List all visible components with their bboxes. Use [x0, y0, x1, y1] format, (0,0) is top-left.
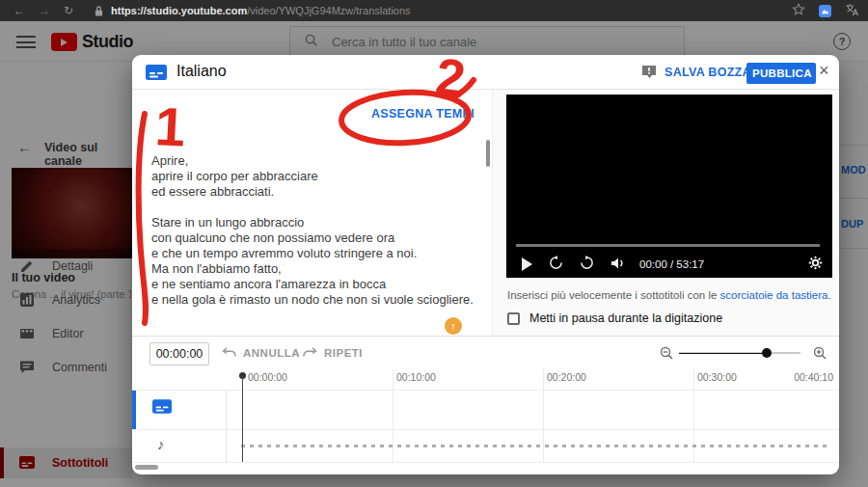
subtitle-track-icon[interactable]: [152, 399, 172, 418]
subtitle-line: Aprire,: [151, 153, 450, 169]
play-icon[interactable]: [522, 257, 532, 271]
track-header-divider: [226, 390, 227, 462]
publish-button[interactable]: PUBBLICA: [746, 63, 816, 84]
subtitle-line: ed essere abbracciati.: [151, 184, 450, 200]
ruler-label: 00:30:00: [697, 371, 737, 383]
browser-bar: ← → ↻ https://studio.youtube.com/video/Y…: [0, 0, 868, 21]
undo-icon: [221, 346, 237, 359]
shortcut-tip: Inserisci più velocemente i sottotitoli …: [507, 289, 831, 301]
subtitle-line: [151, 200, 450, 215]
text-panel-scrollbar[interactable]: [486, 140, 490, 167]
ruler-label: 00:20:00: [547, 371, 586, 383]
ruler-gridline: [543, 369, 544, 462]
browser-reload-icon[interactable]: ↻: [64, 5, 73, 16]
undo-label: ANNULLA: [243, 347, 300, 359]
subtitle-line: e nella gola è rimasto un nodo che non s…: [151, 292, 450, 308]
pause-while-typing-row: Metti in pausa durante la digitazione: [507, 311, 722, 325]
undo-button[interactable]: ANNULLA: [221, 346, 300, 359]
zoom-slider-fill: [679, 353, 767, 355]
player-progress-bar[interactable]: [516, 244, 820, 247]
zoom-out-icon[interactable]: [659, 345, 674, 365]
subtitle-line: Stare in un lungo abbraccio: [151, 215, 450, 230]
ruler-gridline: [393, 369, 393, 462]
player-controls: 00:00 / 53:17: [506, 252, 832, 277]
address-bar[interactable]: https://studio.youtube.com/video/YWQJjG9…: [111, 5, 411, 16]
zoom-in-icon[interactable]: [812, 345, 827, 365]
tip-punct: .: [827, 289, 830, 301]
ruler-label: 00:10:00: [396, 371, 436, 383]
scroll-top-button[interactable]: ↑: [445, 317, 462, 335]
subtitle-track-indicator: [132, 391, 136, 429]
timeline-scrollbar[interactable]: [135, 465, 158, 470]
ruler-label: 00:40:10: [794, 371, 833, 383]
track-divider: [132, 462, 839, 463]
bookmark-star-icon[interactable]: [792, 3, 805, 19]
timeline-section: ANNULLA RIPETI 00:00:00 00:10:00 00:20:0…: [132, 336, 839, 474]
subtitle-line: e che un tempo avremmo voluto stringere …: [151, 246, 450, 261]
redo-label: RIPETI: [324, 347, 363, 359]
browser-back-icon[interactable]: ←: [14, 5, 25, 16]
forward-10-icon[interactable]: [580, 256, 594, 274]
dialog-title: Italiano: [176, 63, 227, 80]
timecode-input[interactable]: [149, 342, 209, 365]
screen: ← → ↻ https://studio.youtube.com/video/Y…: [0, 0, 868, 487]
pause-checkbox[interactable]: [507, 312, 520, 325]
player-settings-icon[interactable]: [808, 256, 823, 274]
tip-text: Inserisci più velocemente i sottotitoli …: [507, 289, 720, 301]
browser-forward-icon[interactable]: →: [39, 5, 50, 16]
url-host: https://studio.youtube.com: [111, 5, 247, 16]
zoom-slider-handle[interactable]: [762, 348, 772, 358]
send-feedback-icon[interactable]: [641, 65, 657, 83]
playhead-line[interactable]: [242, 376, 243, 462]
rewind-10-icon[interactable]: [549, 256, 563, 274]
subtitle-line: e ne sentiamo ancora l'amarezza in bocca: [151, 277, 450, 292]
subtitle-line: Ma non l'abbiamo fatto,: [151, 261, 450, 277]
ruler-label: 00:00:00: [248, 371, 287, 383]
redo-button[interactable]: RIPETI: [302, 346, 363, 359]
subtitle-line: aprire il corpo per abbracciare: [151, 169, 450, 184]
track-divider: [132, 429, 839, 430]
translate-icon[interactable]: [845, 3, 858, 19]
audio-track-icon: ♪: [157, 436, 165, 452]
save-draft-button[interactable]: SALVA BOZZA: [665, 66, 751, 79]
pause-checkbox-label: Metti in pausa durante la digitazione: [529, 311, 722, 325]
keyboard-shortcuts-link[interactable]: scorciatoie da tastiera: [720, 289, 828, 301]
up-arrow-icon: ↑: [450, 320, 456, 332]
player-time-display: 00:00 / 53:17: [639, 258, 704, 270]
close-icon[interactable]: ×: [819, 61, 829, 81]
ruler-gridline: [693, 369, 694, 462]
kebab-menu-icon[interactable]: ⋮: [458, 104, 473, 122]
volume-icon[interactable]: [610, 256, 626, 273]
url-path: /video/YWQJjG94Mzw/translations: [247, 5, 410, 16]
redo-icon: [302, 346, 318, 359]
player-panel: 00:00 / 53:17 Inserisci più velocemente …: [492, 90, 839, 336]
extension-icon[interactable]: [819, 5, 831, 17]
subtitles-icon: [146, 65, 167, 84]
track-divider: [132, 390, 839, 391]
video-player[interactable]: 00:00 / 53:17: [506, 95, 832, 278]
subtitles-dialog: Italiano SALVA BOZZA PUBBLICA × ASSEGNA …: [132, 55, 839, 474]
subtitle-line: con qualcuno che non possiamo vedere ora: [151, 230, 450, 246]
audio-waveform[interactable]: [241, 445, 827, 447]
subtitle-text-editor[interactable]: Aprire, aprire il corpo per abbracciare …: [151, 153, 450, 308]
dialog-header: Italiano SALVA BOZZA PUBBLICA ×: [132, 55, 839, 90]
lock-icon: [95, 5, 103, 17]
